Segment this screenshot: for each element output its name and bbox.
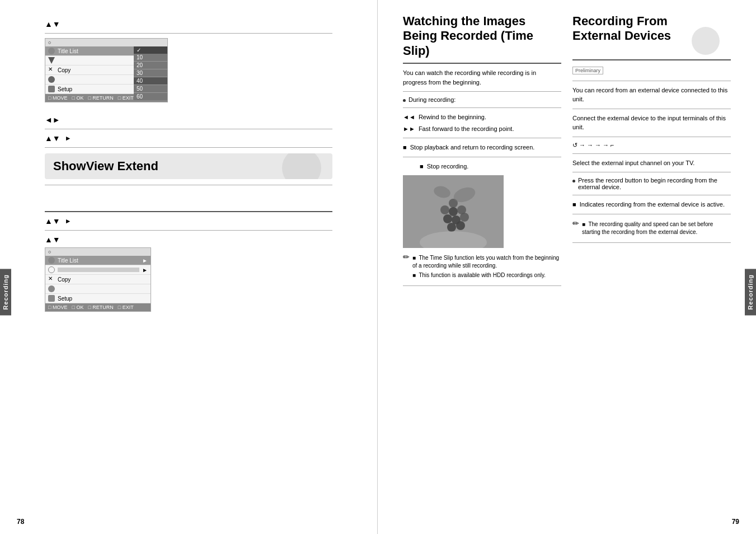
rewind-label: ◄◄ Rewind to the beginning.	[403, 113, 561, 122]
stop-recording-label: ■ Stop recording.	[420, 162, 561, 171]
svg-point-7	[460, 213, 469, 222]
external-intro: You can record from an external device c…	[572, 86, 731, 104]
svg-point-2	[440, 205, 449, 214]
setup-step-1: Select the external input channel on you…	[572, 158, 731, 168]
showview-box: ShowView Extend	[45, 153, 332, 179]
recording-bullet: Press the record button to begin recordi…	[572, 177, 731, 190]
timeslip-notes: ✏ ■ The Time Slip function lets you watc…	[403, 252, 561, 281]
right-page-columns: Watching the ImagesBeing Recorded (Time …	[395, 11, 739, 293]
bullet-dot-2	[572, 180, 575, 182]
up-down-icon: ▲▼	[45, 20, 60, 29]
timeslip-column: Watching the ImagesBeing Recorded (Time …	[400, 11, 564, 293]
bullet-dot-1	[403, 99, 406, 102]
note-icon-2: ✏	[572, 219, 579, 228]
arrow-2: →	[587, 142, 593, 148]
side-tab-left: Recording	[0, 269, 11, 315]
showview-circle-decoration	[282, 153, 321, 179]
showview-title: ShowView Extend	[53, 159, 158, 173]
section-speed: ▲▼ ○ Title List ►	[45, 20, 332, 129]
timeslip-title: Watching the ImagesBeing Recorded (Time …	[403, 14, 561, 58]
press-right-label: ►	[65, 134, 72, 142]
note-line-1: ■ The Time Slip function lets you watch …	[412, 254, 561, 270]
section-select-item: ▲▼ ►	[45, 134, 332, 148]
ff-label: ►► Fast forward to the recording point.	[403, 124, 561, 134]
page-number-right: 79	[732, 518, 739, 526]
arrow-start: ↺	[572, 142, 577, 149]
timeslip-intro: You can watch the recording while record…	[403, 68, 561, 87]
stop-playback-label: ■ Stop playback and return to recording …	[403, 143, 561, 152]
menu-mockup-small: ○ Title List ► ►	[45, 247, 151, 312]
arrow-4: →	[603, 142, 609, 148]
stop-label: ■ Indicates recording from the external …	[572, 200, 731, 209]
grapes-image-area	[403, 175, 561, 248]
page-layout: Recording ▲▼ ○	[0, 0, 756, 534]
connection-info: Connect the external device to the input…	[572, 114, 731, 132]
arrow-chain: ↺ → → → → ⌐	[572, 142, 731, 149]
note-icon-1: ✏	[403, 252, 410, 261]
preliminary-badge: Preliminary	[572, 65, 731, 76]
timeslip-title-area: Watching the ImagesBeing Recorded (Time …	[403, 14, 561, 58]
up-down-arrows-4: ▲▼	[45, 235, 60, 244]
title-circle-decoration	[692, 27, 720, 55]
side-tab-right: Recording	[745, 269, 756, 315]
during-recording-label: During recording:	[403, 96, 561, 103]
menu-mockup-large: ○ Title List ►	[45, 38, 168, 111]
page-right: Recording Watching the ImagesBeing Recor…	[378, 0, 756, 534]
external-devices-column: Recording FromExternal Devices Prelimina…	[570, 11, 734, 293]
up-down-arrows-3: ▲▼	[45, 217, 60, 226]
svg-point-8	[447, 223, 456, 232]
svg-point-3	[449, 207, 458, 216]
up-down-arrows-2: ▲▼	[45, 134, 60, 143]
external-title-area: Recording FromExternal Devices	[572, 14, 731, 55]
svg-point-5	[443, 214, 452, 223]
external-note-text: ■ The recording quality and speed can be…	[582, 221, 731, 236]
arrow-end: ⌐	[611, 142, 614, 148]
page-number-left: 78	[17, 518, 24, 526]
external-note: ✏ ■ The recording quality and speed can …	[572, 219, 731, 238]
arrow-3: →	[595, 142, 601, 148]
rewind-section: ◄◄ Rewind to the beginning. ►► Fast forw…	[403, 113, 561, 133]
showview-extend-section: ShowView Extend	[45, 153, 332, 179]
arrow-1: →	[579, 142, 585, 148]
note-line-2: ■ This function is available with HDD re…	[412, 271, 561, 279]
press-right-2: ►	[65, 217, 72, 225]
svg-point-9	[456, 221, 465, 230]
grapes-image	[403, 175, 504, 248]
left-right-arrows-icon: ◄►	[45, 115, 60, 124]
page-left: Recording ▲▼ ○	[0, 0, 378, 534]
section-lower: ▲▼ ► ▲▼ ○ Ti	[45, 217, 332, 312]
